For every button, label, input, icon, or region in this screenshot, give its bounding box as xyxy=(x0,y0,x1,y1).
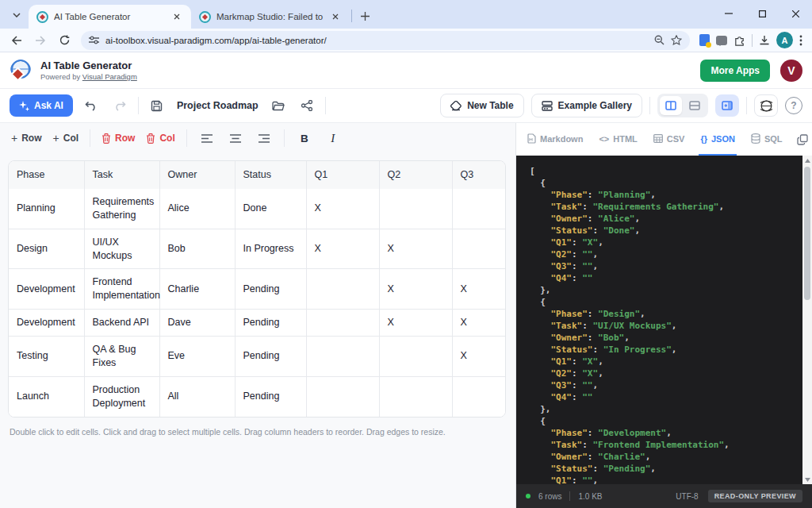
new-table-button[interactable]: New Table xyxy=(440,94,523,117)
more-apps-button[interactable]: More Apps xyxy=(700,60,770,82)
menu-dots-icon[interactable] xyxy=(799,35,802,46)
table-cell[interactable]: Done xyxy=(235,189,306,229)
open-folder-icon[interactable] xyxy=(268,95,289,116)
table-cell[interactable]: All xyxy=(159,376,235,416)
add-col-button[interactable]: + Col xyxy=(53,132,79,144)
table-cell[interactable] xyxy=(306,376,379,416)
add-row-button[interactable]: + Row xyxy=(11,132,42,144)
table-cell[interactable]: Charlie xyxy=(159,269,235,310)
table-cell[interactable] xyxy=(379,189,452,229)
delete-col-button[interactable]: Col xyxy=(146,133,174,144)
table-cell[interactable]: Pending xyxy=(235,269,306,310)
column-header[interactable]: Q1 xyxy=(306,161,379,189)
bold-button[interactable]: B xyxy=(296,129,313,147)
column-header[interactable]: Owner xyxy=(159,161,235,189)
split-horizontal-button[interactable] xyxy=(684,96,706,115)
tab-search-icon[interactable] xyxy=(6,6,27,24)
table-cell[interactable]: In Progress xyxy=(235,229,306,269)
column-header[interactable]: Status xyxy=(235,161,306,189)
table-cell[interactable]: Requirements Gathering xyxy=(84,189,159,229)
visual-paradigm-link[interactable]: Visual Paradigm xyxy=(82,72,137,81)
site-settings-icon[interactable] xyxy=(89,36,99,44)
table-cell[interactable] xyxy=(379,337,452,377)
table-cell[interactable]: X xyxy=(452,269,506,310)
browser-tab-inactive[interactable]: Markmap Studio: Failed to oper xyxy=(191,5,350,29)
table-cell[interactable]: Pending xyxy=(235,337,306,377)
table-cell[interactable]: X xyxy=(306,189,379,229)
table-cell[interactable]: X xyxy=(379,229,452,269)
table-cell[interactable]: Pending xyxy=(235,376,306,416)
column-header[interactable]: Task xyxy=(84,161,159,189)
chat-extension-icon[interactable] xyxy=(716,36,727,45)
url-bar[interactable]: ai-toolbox.visual-paradigm.com/app/ai-ta… xyxy=(81,31,690,50)
table-cell[interactable]: X xyxy=(379,269,452,310)
column-header[interactable]: Phase xyxy=(9,161,84,189)
table-cell[interactable]: Development xyxy=(9,269,84,310)
table-cell[interactable]: Production Deployment xyxy=(84,376,159,416)
json-code[interactable]: [ { "Phase": "Planning", "Task": "Requir… xyxy=(516,156,802,484)
url-text[interactable]: ai-toolbox.visual-paradigm.com/app/ai-ta… xyxy=(105,36,648,45)
example-gallery-button[interactable]: Example Gallery xyxy=(531,94,642,117)
document-title[interactable]: Project Roadmap xyxy=(175,100,260,111)
share-icon[interactable] xyxy=(297,95,317,116)
new-tab-button[interactable] xyxy=(355,6,374,25)
table-cell[interactable] xyxy=(379,376,452,416)
table-cell[interactable]: Alice xyxy=(159,189,235,229)
browser-profile-avatar[interactable]: A xyxy=(776,32,793,48)
scroll-up-icon[interactable] xyxy=(802,156,812,165)
reload-icon[interactable] xyxy=(54,30,75,51)
forward-icon[interactable] xyxy=(30,30,51,51)
table-cell[interactable]: X xyxy=(452,337,506,377)
table-cell[interactable]: Testing xyxy=(9,337,84,377)
downloads-icon[interactable] xyxy=(759,35,770,46)
tab-close-icon[interactable] xyxy=(329,10,342,23)
table-cell[interactable]: Eve xyxy=(159,337,235,377)
table-cell[interactable]: QA & Bug Fixes xyxy=(84,337,159,377)
tab-json[interactable]: {} JSON xyxy=(699,123,737,156)
redo-icon[interactable] xyxy=(109,95,130,116)
align-center-icon[interactable] xyxy=(227,129,244,147)
zoom-icon[interactable] xyxy=(654,35,665,45)
table-cell[interactable]: X xyxy=(306,229,379,269)
table-cell[interactable]: Planning xyxy=(9,189,84,229)
table-cell[interactable] xyxy=(306,310,379,337)
table-cell[interactable]: Pending xyxy=(235,310,306,337)
toggle-right-panel-button[interactable] xyxy=(715,94,739,117)
code-scrollbar[interactable] xyxy=(802,156,812,484)
table-cell[interactable] xyxy=(306,337,379,377)
table-cell[interactable]: Bob xyxy=(159,229,235,269)
column-header[interactable]: Q2 xyxy=(379,161,452,189)
table-cell[interactable]: Launch xyxy=(9,376,84,416)
docs-extension-icon[interactable] xyxy=(699,34,710,46)
ask-ai-button[interactable]: Ask AI xyxy=(10,94,73,117)
back-icon[interactable] xyxy=(6,30,27,51)
table-cell[interactable]: Dave xyxy=(159,310,235,337)
table-cell[interactable] xyxy=(452,189,506,229)
table-cell[interactable]: Frontend Implementation xyxy=(84,269,159,310)
table-cell[interactable]: X xyxy=(452,310,506,337)
tab-sql[interactable]: SQL xyxy=(749,123,784,156)
scrollbar-thumb[interactable] xyxy=(804,167,810,300)
language-globe-button[interactable] xyxy=(754,94,778,117)
split-vertical-button[interactable] xyxy=(660,96,682,115)
browser-tab-active[interactable]: AI Table Generator xyxy=(29,5,191,29)
bookmark-star-icon[interactable] xyxy=(671,35,682,45)
table-cell[interactable]: Development xyxy=(9,310,84,337)
tab-csv[interactable]: CSV xyxy=(652,123,687,156)
delete-row-button[interactable]: Row xyxy=(102,133,135,144)
align-left-icon[interactable] xyxy=(198,129,216,147)
column-header[interactable]: Q3 xyxy=(452,161,506,189)
table-cell[interactable]: Backend API xyxy=(84,310,159,337)
maximize-button[interactable] xyxy=(745,0,779,27)
undo-icon[interactable] xyxy=(81,95,102,116)
close-button[interactable] xyxy=(779,0,812,27)
table-cell[interactable] xyxy=(306,269,379,310)
extensions-puzzle-icon[interactable] xyxy=(733,34,745,46)
scroll-down-icon[interactable] xyxy=(802,475,812,484)
table-cell[interactable]: X xyxy=(379,310,452,337)
table-cell[interactable] xyxy=(452,376,506,416)
italic-button[interactable]: I xyxy=(324,129,342,147)
table-cell[interactable]: UI/UX Mockups xyxy=(84,229,159,269)
minimize-button[interactable] xyxy=(712,0,745,27)
table-cell[interactable]: Design xyxy=(9,229,84,269)
